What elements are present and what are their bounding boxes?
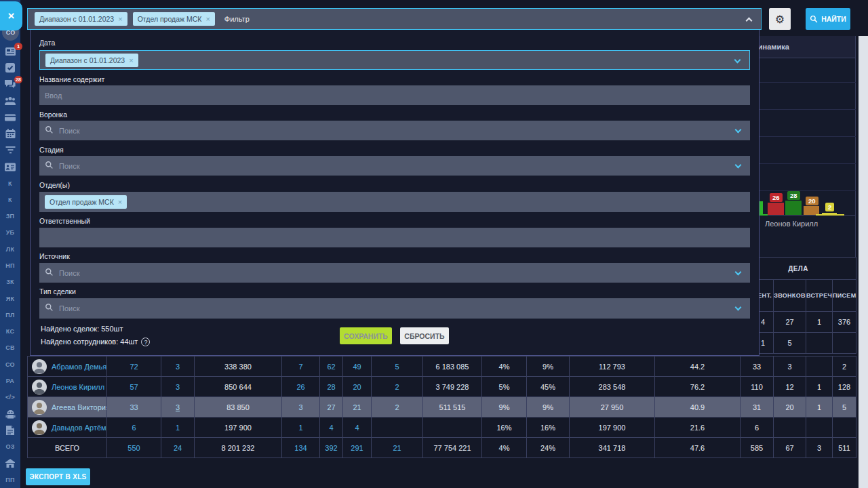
sidebar-item[interactable]: УБ [0, 224, 20, 241]
sidebar-item[interactable]: РА [0, 373, 20, 389]
sidebar-item-home[interactable] [0, 455, 20, 471]
table-cell[interactable]: 4 [343, 418, 372, 438]
chevron-up-icon[interactable] [746, 18, 753, 24]
filter-bar[interactable]: Диапазон с 01.01.2023× Отдел продаж МСК×… [27, 8, 762, 30]
table-cell[interactable]: 1 [282, 418, 320, 438]
stage-select[interactable]: Поиск [39, 156, 750, 176]
remove-tag-icon[interactable]: × [129, 56, 133, 64]
sidebar-item[interactable]: СВ [0, 340, 20, 356]
save-button[interactable]: СОХРАНИТЬ [340, 327, 392, 344]
table-cell[interactable]: 3 [282, 397, 320, 418]
sidebar-item[interactable]: ЯК [0, 290, 20, 306]
sidebar-item[interactable]: ОЗ [0, 439, 20, 455]
table-cell[interactable]: 72 [107, 357, 161, 377]
sidebar-item-code[interactable]: </> [0, 389, 20, 405]
column-header[interactable]: ПИСЕМ [833, 280, 856, 312]
sidebar-item[interactable]: НП [0, 258, 20, 274]
column-header[interactable]: ЗВОНКОВ [774, 280, 806, 312]
sidebar-item-news[interactable]: 1 [0, 43, 20, 60]
employee-name-link[interactable]: Давыдов Артём [52, 424, 106, 432]
chart-bar[interactable] [785, 201, 802, 215]
chevron-down-icon[interactable] [735, 127, 742, 134]
sidebar-item[interactable]: К [0, 175, 20, 191]
date-tag[interactable]: Диапазон с 01.01.2023× [45, 54, 138, 67]
table-row[interactable]: Абрамов Демьян 72 3 338 380 7 62 49 5 6 … [28, 357, 856, 377]
chevron-down-icon[interactable] [734, 57, 741, 64]
sidebar-item-filter[interactable] [0, 142, 20, 159]
sidebar-item-contacts[interactable] [0, 93, 20, 109]
sidebar-item-cards[interactable] [0, 109, 20, 125]
table-cell[interactable]: 3 [161, 377, 195, 397]
table-cell[interactable]: 21 [372, 438, 423, 458]
find-button[interactable]: НАЙТИ [806, 8, 850, 30]
sidebar-item-chat[interactable]: 28 [0, 77, 20, 93]
remove-tag-icon[interactable]: × [118, 15, 122, 23]
sidebar-item-robot[interactable] [0, 406, 20, 422]
sidebar-item[interactable]: К [0, 192, 20, 208]
table-cell[interactable]: 550 [107, 438, 161, 458]
help-icon[interactable]: ? [141, 338, 150, 346]
close-icon[interactable]: × [0, 1, 22, 30]
name-contains-input[interactable]: Ввод [39, 85, 750, 105]
sidebar-item[interactable]: СО [0, 357, 20, 373]
table-cell[interactable]: 2 [372, 377, 423, 397]
funnel-select[interactable]: Поиск [39, 121, 750, 140]
reset-button[interactable]: СБРОСИТЬ [400, 327, 449, 344]
filter-tag[interactable]: Диапазон с 01.01.2023× [35, 12, 127, 26]
remove-tag-icon[interactable]: × [118, 198, 122, 206]
table-cell[interactable]: 20 [343, 377, 372, 397]
sidebar-item-calendar[interactable] [0, 125, 20, 142]
employee-name-link[interactable]: Леонов Кирилл [52, 383, 104, 391]
table-cell[interactable]: 2 [372, 397, 423, 418]
table-cell[interactable]: 6 [107, 418, 161, 438]
table-cell[interactable]: 27 [320, 397, 343, 418]
table-cell[interactable]: 21 [343, 397, 372, 418]
table-cell[interactable] [372, 418, 423, 438]
table-cell[interactable]: 134 [282, 438, 320, 458]
table-cell[interactable]: 24 [161, 438, 195, 458]
sidebar-item[interactable]: КС [0, 323, 20, 340]
column-header[interactable]: ВСТРЕЧ [806, 280, 833, 312]
sidebar-item-document[interactable] [0, 422, 20, 439]
table-cell[interactable]: 49 [343, 357, 372, 377]
table-cell[interactable]: 291 [343, 438, 372, 458]
table-cell[interactable]: 3 [161, 357, 195, 377]
table-cell[interactable]: 28 [320, 377, 343, 397]
responsible-input[interactable] [39, 228, 750, 247]
date-field[interactable]: Диапазон с 01.01.2023× [39, 50, 750, 70]
remove-tag-icon[interactable]: × [205, 15, 210, 23]
chart-bar[interactable] [768, 203, 784, 215]
sidebar-item[interactable]: ЗП [0, 208, 20, 224]
table-cell[interactable]: 26 [282, 377, 320, 397]
chevron-down-icon[interactable] [735, 269, 742, 276]
table-cell[interactable]: 62 [320, 357, 343, 377]
sidebar-item-id-card[interactable] [0, 159, 20, 175]
table-cell[interactable]: 4 [320, 418, 343, 438]
table-cell[interactable]: 33 [107, 397, 161, 418]
sidebar-item[interactable]: ПП [0, 472, 20, 488]
table-cell[interactable]: 392 [320, 438, 343, 458]
table-cell[interactable]: 57 [107, 377, 161, 397]
department-field[interactable]: Отдел продаж МСК× [39, 192, 750, 212]
table-cell[interactable]: 1 [161, 418, 195, 438]
table-row[interactable]: Леонов Кирилл 57 3 850 644 26 28 20 2 3 … [28, 377, 856, 397]
sidebar-item-tasks[interactable] [0, 60, 20, 76]
employee-name-link[interactable]: Абрамов Демьян [52, 363, 107, 371]
table-cell[interactable]: 7 [282, 357, 320, 377]
chevron-down-icon[interactable] [735, 162, 742, 169]
settings-button[interactable]: ⚙ [769, 8, 791, 30]
export-xls-button[interactable]: ЭКСПОРТ В XLS [26, 468, 90, 485]
sidebar-item[interactable]: ЗК [0, 274, 20, 290]
source-select[interactable]: Поиск [39, 263, 750, 283]
chevron-down-icon[interactable] [735, 304, 742, 311]
deal-type-select[interactable]: Поиск [39, 298, 750, 319]
sidebar-item[interactable]: ПЛ [0, 307, 20, 323]
department-tag[interactable]: Отдел продаж МСК× [45, 195, 127, 209]
table-cell[interactable]: 3 [161, 397, 195, 418]
table-cell[interactable]: 5 [372, 357, 423, 377]
sidebar-item[interactable]: ЛК [0, 241, 20, 258]
table-row-highlighted[interactable]: Агеева Виктория 33 3 83 850 3 27 21 2 51… [28, 397, 856, 418]
table-row[interactable]: Давыдов Артём 6 1 197 900 1 4 4 16% 16% … [28, 418, 856, 438]
employee-name-link[interactable]: Агеева Виктория [52, 403, 107, 411]
filter-tag[interactable]: Отдел продаж МСК× [133, 12, 215, 26]
